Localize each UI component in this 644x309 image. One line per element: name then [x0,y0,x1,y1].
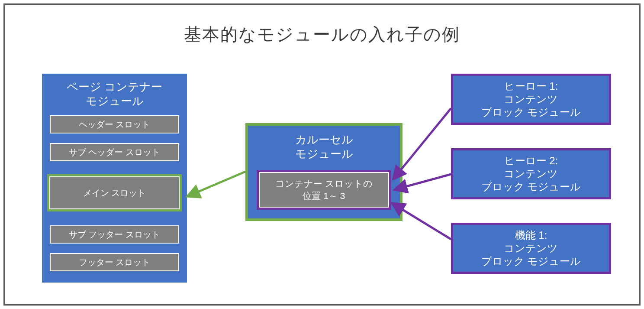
hero-1-l2: コンテンツ [504,93,558,105]
arrow-feature1-to-slot [400,208,451,239]
hero-2-l3: ブロック モジュール [481,181,581,192]
arrow-hero2-to-slot [403,174,451,187]
carousel-slot-l1: コンテナー スロットの [275,179,373,189]
carousel-title-l1: カルーセル [295,133,353,146]
carousel-container-slot: コンテナー スロットの 位置 1～ 3 [259,172,389,208]
feature-1-l2: コンテンツ [504,242,558,254]
hero-2-block: ヒーロー 2: コンテンツ ブロック モジュール [451,148,611,199]
feature-1-l3: ブロック モジュール [481,255,581,267]
diagram-title: 基本的なモジュールの入れ子の例 [5,23,639,46]
page-container-module: ページ コンテナー モジュール ヘッダー スロット サブ ヘッダー スロット メ… [42,74,187,283]
carousel-title-l2: モジュール [295,147,353,160]
hero-1-l3: ブロック モジュール [481,106,581,118]
main-slot-highlight: メイン スロット [47,174,182,211]
carousel-slot-highlight: コンテナー スロットの 位置 1～ 3 [257,170,391,210]
page-container-title-l2: モジュール [86,94,144,107]
hero-1-l1: ヒーロー 1: [504,80,558,92]
main-slot: メイン スロット [49,176,180,209]
feature-1-block: 機能 1: コンテンツ ブロック モジュール [451,223,611,274]
hero-2-l2: コンテンツ [504,168,558,179]
carousel-title: カルーセル モジュール [248,133,400,161]
header-slot: ヘッダー スロット [50,115,179,133]
arrow-hero1-to-slot [399,108,451,172]
arrow-carousel-to-main [196,172,245,193]
page-container-title-l1: ページ コンテナー [67,80,162,93]
hero-1-block: ヒーロー 1: コンテンツ ブロック モジュール [451,74,611,125]
page-container-title: ページ コンテナー モジュール [42,80,187,108]
diagram-frame: 基本的なモジュールの入れ子の例 ページ コンテナー モジュール ヘッダー スロッ… [3,3,641,306]
footer-slot: フッター スロット [50,253,179,271]
carousel-module: カルーセル モジュール コンテナー スロットの 位置 1～ 3 [245,123,402,221]
subfooter-slot: サブ フッター スロット [50,225,179,244]
hero-2-l1: ヒーロー 2: [504,155,558,166]
subheader-slot: サブ ヘッダー スロット [50,143,179,161]
carousel-slot-l2: 位置 1～ 3 [303,191,345,201]
feature-1-l1: 機能 1: [515,229,547,241]
